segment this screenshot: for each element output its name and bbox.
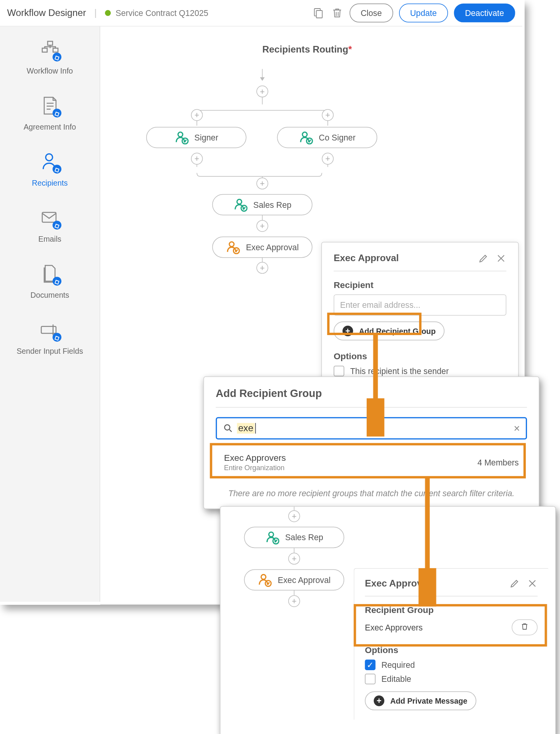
group-search-input[interactable]: exe × xyxy=(216,417,527,440)
sidebar-item-label: Documents xyxy=(30,291,69,300)
node-label: Sales Rep xyxy=(285,533,323,542)
sidebar-item-documents[interactable]: Documents xyxy=(0,263,100,300)
svg-rect-12 xyxy=(41,327,56,334)
sidebar-item-label: Workflow Info xyxy=(27,67,73,76)
panel-title: Exec Approval xyxy=(334,253,399,263)
svg-rect-3 xyxy=(53,48,58,52)
docs-icon[interactable] xyxy=(312,7,325,19)
search-icon xyxy=(223,423,233,434)
sidebar-item-recipients[interactable]: Recipients xyxy=(0,151,100,188)
exec-approval-panel: Exec Approval Recipient + Add Recipient … xyxy=(321,242,519,387)
trash-icon xyxy=(520,622,528,630)
exec-approval-panel-2: Exec Approval Recipient Group Exec Appro… xyxy=(354,568,548,720)
sidebar-item-label: Sender Input Fields xyxy=(17,347,83,356)
add-node-button[interactable]: + xyxy=(288,553,300,564)
sender-checkbox[interactable] xyxy=(334,366,344,376)
document-title: Service Contract Q12025 xyxy=(116,8,208,18)
svg-point-33 xyxy=(269,532,273,537)
svg-point-7 xyxy=(46,154,52,161)
svg-point-13 xyxy=(52,333,61,342)
lower-canvas-panel: + Sales Rep + Exec Approval + Exec Appro… xyxy=(220,506,556,734)
svg-point-10 xyxy=(52,221,61,230)
add-recipient-group-modal: Add Recipient Group exe × Exec Approvers… xyxy=(203,376,539,509)
recipient-email-input[interactable] xyxy=(334,294,506,316)
add-node-button[interactable]: + xyxy=(288,595,300,607)
sidebar-item-workflow-info[interactable]: Workflow Info xyxy=(0,39,100,76)
node-label: Sales Rep xyxy=(253,200,291,209)
plus-icon: + xyxy=(374,695,384,706)
svg-point-21 xyxy=(178,132,182,137)
node-label: Exec Approval xyxy=(246,242,299,252)
trash-icon[interactable] xyxy=(331,7,343,19)
required-checkbox[interactable]: ✓ xyxy=(365,660,375,670)
add-private-message-button[interactable]: + Add Private Message xyxy=(365,692,476,711)
group-result-row[interactable]: Exec Approvers Entire Organization 4 Mem… xyxy=(216,446,527,478)
pencil-icon[interactable] xyxy=(509,578,520,588)
node-execapproval[interactable]: Exec Approval xyxy=(212,237,313,258)
add-node-button[interactable]: + xyxy=(256,86,268,97)
svg-rect-4 xyxy=(47,41,52,45)
plus-icon: + xyxy=(343,326,353,336)
status-dot-icon xyxy=(105,10,111,16)
node-execapproval[interactable]: Exec Approval xyxy=(244,569,345,591)
recipient-group-label: Recipient Group xyxy=(365,605,537,615)
editable-label: Editable xyxy=(382,674,411,684)
svg-point-5 xyxy=(52,53,61,61)
add-node-button[interactable]: + xyxy=(256,262,268,274)
sidebar-item-label: Agreement Info xyxy=(24,123,76,132)
svg-point-29 xyxy=(225,425,230,430)
add-node-button[interactable]: + xyxy=(322,153,334,165)
group-name: Exec Approvers xyxy=(365,623,423,632)
pencil-icon[interactable] xyxy=(478,253,488,263)
close-icon[interactable] xyxy=(527,578,537,588)
close-icon[interactable] xyxy=(496,253,506,263)
result-name: Exec Approvers xyxy=(224,453,286,463)
update-button[interactable]: Update xyxy=(399,4,448,23)
clear-icon[interactable]: × xyxy=(514,422,520,435)
node-label: Exec Approval xyxy=(278,575,331,585)
options-label: Options xyxy=(365,645,537,655)
remove-group-button[interactable] xyxy=(512,620,538,636)
sidebar-item-sender-input-fields[interactable]: Sender Input Fields xyxy=(0,319,100,356)
modal-title: Add Recipient Group xyxy=(216,388,527,400)
svg-point-27 xyxy=(229,242,234,246)
deactivate-button[interactable]: Deactivate xyxy=(454,4,515,23)
node-salesrep[interactable]: Sales Rep xyxy=(244,527,345,548)
app-title: Workflow Designer xyxy=(7,8,86,18)
svg-point-11 xyxy=(52,277,61,286)
close-button[interactable]: Close xyxy=(350,4,393,23)
routing-connectors-icon xyxy=(220,507,374,625)
svg-point-23 xyxy=(302,132,307,137)
sidebar-item-agreement-info[interactable]: Agreement Info xyxy=(0,95,100,132)
node-cosigner[interactable]: Co Signer xyxy=(277,127,377,148)
svg-point-6 xyxy=(52,109,61,118)
svg-point-8 xyxy=(52,165,61,174)
sidebar-item-label: Recipients xyxy=(32,179,68,188)
node-salesrep[interactable]: Sales Rep xyxy=(212,194,313,216)
svg-rect-1 xyxy=(316,11,322,18)
svg-point-25 xyxy=(237,199,242,204)
add-node-button[interactable]: + xyxy=(256,220,268,232)
node-signer[interactable]: Signer xyxy=(146,127,247,148)
result-sub: Entire Organization xyxy=(224,464,286,472)
options-label: Options xyxy=(334,351,506,361)
sidebar-item-emails[interactable]: Emails xyxy=(0,207,100,244)
node-label: Signer xyxy=(194,133,218,142)
recipient-label: Recipient xyxy=(334,279,506,290)
node-label: Co Signer xyxy=(319,133,355,142)
canvas-title: Recipients Routing* xyxy=(262,44,352,55)
sender-checkbox-label: This recipient is the sender xyxy=(350,366,449,376)
sidebar-item-label: Emails xyxy=(38,235,61,244)
separator: | xyxy=(94,8,96,18)
add-node-button[interactable]: + xyxy=(191,109,203,121)
svg-rect-2 xyxy=(42,48,47,52)
add-recipient-group-button[interactable]: + Add Recipient Group xyxy=(334,321,444,341)
no-more-results-note: There are no more recipient groups that … xyxy=(216,488,527,498)
add-node-button[interactable]: + xyxy=(322,109,334,121)
editable-checkbox[interactable] xyxy=(365,674,375,684)
add-node-button[interactable]: + xyxy=(256,177,268,189)
top-bar: Workflow Designer | Service Contract Q12… xyxy=(0,0,522,26)
add-node-button[interactable]: + xyxy=(191,153,203,165)
panel-title: Exec Approval xyxy=(365,578,430,588)
add-node-button[interactable]: + xyxy=(288,510,300,522)
